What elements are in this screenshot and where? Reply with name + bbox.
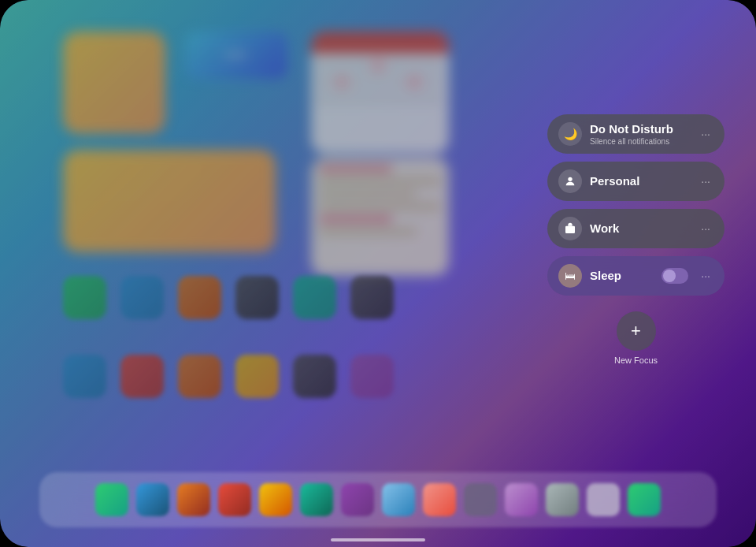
widget-yellow2: [63, 150, 276, 252]
dock-icon-3: [177, 483, 210, 516]
focus-item-work[interactable]: Work ···: [547, 209, 724, 248]
personal-label: Personal: [590, 174, 690, 188]
work-more-button[interactable]: ···: [698, 219, 713, 238]
app-icon-2: [235, 276, 279, 319]
app-row-2: [63, 355, 394, 398]
sleep-label-group: Sleep: [590, 269, 654, 283]
dnd-more-button[interactable]: ···: [698, 125, 713, 143]
sleep-more-button[interactable]: ···: [698, 266, 713, 285]
new-focus-label: New Focus: [614, 355, 658, 365]
dock-icon-6: [300, 483, 333, 516]
work-label: Work: [590, 221, 690, 236]
dock-icon-12: [546, 483, 579, 516]
app-icon-7: [178, 355, 221, 398]
dnd-label: Do Not Disturb: [590, 122, 690, 136]
svg-point-0: [568, 177, 572, 181]
new-focus-icon: +: [631, 321, 641, 341]
dock: [39, 472, 717, 527]
sleep-toggle[interactable]: [662, 268, 688, 284]
dock-icon-8: [382, 483, 415, 516]
focus-panel: 🌙 Do Not Disturb Silence all notificatio…: [547, 114, 724, 365]
dnd-icon: 🌙: [558, 122, 582, 146]
app-icon-8: [235, 355, 279, 398]
new-focus-container: + New Focus: [547, 311, 724, 365]
app-icon-4: [350, 276, 394, 319]
dock-icon-11: [505, 483, 538, 516]
dnd-label-group: Do Not Disturb Silence all notifications: [590, 122, 690, 146]
widget-calendar: [311, 32, 449, 154]
app-icon-files: [120, 276, 164, 319]
app-icon-messages: [63, 276, 106, 319]
work-icon: [558, 217, 582, 240]
new-focus-button[interactable]: +: [617, 311, 656, 351]
sleep-icon: 🛏: [558, 264, 582, 288]
personal-label-group: Personal: [590, 174, 690, 188]
widget-area: MAPS: [63, 32, 457, 284]
home-indicator: [331, 538, 425, 541]
app-icon-9: [293, 355, 336, 398]
dock-icon-2: [136, 483, 169, 516]
widget-blue: MAPS: [185, 32, 287, 79]
widget-notes: [311, 158, 449, 276]
dock-icon-7: [341, 483, 374, 516]
ipad-frame: MAPS: [0, 0, 756, 547]
personal-more-button[interactable]: ···: [698, 172, 713, 191]
dock-icon-9: [423, 483, 456, 516]
dock-icons: [95, 483, 661, 516]
dock-icon-10: [464, 483, 497, 516]
dnd-sublabel: Silence all notifications: [590, 137, 690, 146]
dock-icon-1: [95, 483, 128, 516]
focus-item-personal[interactable]: Personal ···: [547, 162, 724, 201]
sleep-label: Sleep: [590, 269, 654, 283]
work-label-group: Work: [590, 221, 690, 236]
app-icon-5: [63, 355, 106, 398]
personal-icon: [558, 169, 582, 193]
app-icon-6: [120, 355, 164, 398]
app-icon-10: [350, 355, 394, 398]
sleep-toggle-knob: [663, 270, 676, 282]
app-icon-1: [178, 276, 221, 319]
focus-item-dnd[interactable]: 🌙 Do Not Disturb Silence all notificatio…: [547, 114, 724, 154]
svg-rect-1: [565, 226, 575, 233]
dock-icon-14: [628, 483, 661, 516]
widget-yellow: [63, 32, 165, 134]
focus-item-sleep[interactable]: 🛏 Sleep ···: [547, 256, 724, 296]
svg-rect-2: [569, 228, 572, 229]
dock-icon-13: [587, 483, 620, 516]
dock-icon-5: [259, 483, 292, 516]
app-icon-3: [293, 276, 336, 319]
app-row-1: [63, 276, 394, 319]
dock-icon-4: [218, 483, 251, 516]
